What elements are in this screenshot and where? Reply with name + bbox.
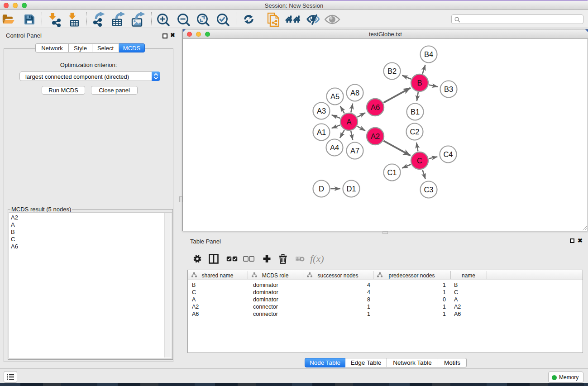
svg-text:C3: C3 — [424, 186, 433, 194]
svg-text:A: A — [346, 118, 351, 126]
svg-text:A6: A6 — [371, 103, 380, 111]
svg-text:A8: A8 — [350, 89, 359, 97]
svg-text:D: D — [319, 185, 324, 193]
svg-text:C4: C4 — [443, 150, 453, 158]
svg-text:A4: A4 — [330, 143, 339, 152]
svg-text:A3: A3 — [317, 107, 326, 115]
svg-text:A2: A2 — [371, 132, 380, 140]
svg-text:B2: B2 — [387, 67, 397, 75]
svg-text:C1: C1 — [387, 168, 397, 176]
svg-text:A7: A7 — [350, 147, 359, 155]
svg-text:B3: B3 — [444, 85, 453, 93]
svg-text:A5: A5 — [330, 92, 339, 100]
svg-text:B4: B4 — [424, 50, 433, 58]
svg-text:C: C — [417, 157, 422, 165]
svg-text:A1: A1 — [317, 128, 326, 136]
svg-text:B1: B1 — [411, 108, 420, 116]
svg-text:B: B — [417, 79, 422, 87]
svg-text:C2: C2 — [410, 128, 419, 136]
svg-text:D1: D1 — [346, 185, 356, 193]
